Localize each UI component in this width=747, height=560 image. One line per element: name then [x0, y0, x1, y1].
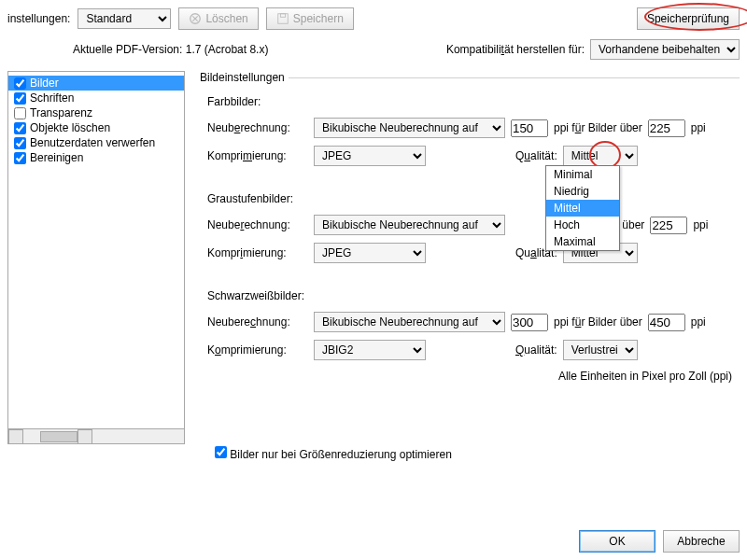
- gray-ppi-unit: ppi: [693, 218, 708, 231]
- color-ppi2-input[interactable]: [648, 119, 685, 137]
- optimize-checkbox[interactable]: [215, 446, 227, 458]
- settings-select[interactable]: Standard: [78, 8, 171, 29]
- sidebar-item[interactable]: Bilder: [8, 76, 184, 91]
- dropdown-option[interactable]: Niedrig: [546, 183, 619, 200]
- sidebar-item-label: Bilder: [30, 77, 59, 90]
- color-compress-label: Komprimierung:: [207, 149, 308, 162]
- gray-recalc-select[interactable]: Bikubische Neuberechnung auf: [314, 215, 505, 235]
- bw-title: Schwarzweißbilder:: [207, 289, 740, 302]
- sidebar-item[interactable]: Benutzerdaten verwerfen: [8, 135, 184, 150]
- settings-label: instellungen:: [7, 12, 70, 25]
- svg-rect-3: [278, 14, 289, 24]
- bw-quality-label: Qualität:: [515, 343, 557, 357]
- sidebar-checkbox[interactable]: [14, 77, 26, 90]
- sidebar-checkbox[interactable]: [14, 152, 26, 164]
- sidebar-item-label: Schriften: [30, 91, 74, 105]
- bw-quality-select[interactable]: Verlustreich: [563, 340, 638, 360]
- sidebar-checkbox[interactable]: [14, 92, 26, 105]
- sidebar-item-label: Transparenz: [30, 106, 92, 119]
- bw-compress-label: Komprimierung:: [207, 343, 308, 357]
- sidebar-item[interactable]: Transparenz: [8, 105, 184, 120]
- save-button: Speichern: [266, 7, 354, 30]
- bw-ppi-for: ppi für Bilder über: [554, 315, 642, 329]
- ok-button[interactable]: OK: [579, 530, 655, 553]
- color-quality-dropdown[interactable]: MinimalNiedrigMittelHochMaximal: [545, 165, 620, 251]
- gray-ppi2-input[interactable]: [650, 217, 687, 234]
- color-quality-label: Qualität:: [515, 149, 557, 162]
- compat-select[interactable]: Vorhandene beibehalten: [590, 39, 740, 60]
- bw-compress-select[interactable]: JBIG2: [314, 340, 426, 360]
- gray-compress-label: Komprimierung:: [207, 246, 308, 259]
- delete-icon: [189, 12, 202, 25]
- color-ppi-unit: ppi: [691, 121, 706, 134]
- bw-ppi2-input[interactable]: [648, 314, 685, 331]
- color-ppi-for: ppi für Bilder über: [554, 121, 642, 134]
- sidebar-item-label: Objekte löschen: [30, 121, 110, 134]
- save-icon: [276, 12, 289, 25]
- sidebar-item-label: Benutzerdaten verwerfen: [30, 136, 155, 149]
- color-quality-select[interactable]: Mittel: [563, 146, 638, 166]
- fieldset-title: Bildeinstellungen: [196, 71, 289, 84]
- color-title: Farbbilder:: [207, 95, 740, 108]
- sidebar-item[interactable]: Objekte löschen: [8, 120, 184, 135]
- gray-title: Graustufenbilder:: [207, 192, 740, 205]
- sidebar-scrollbar[interactable]: [8, 428, 184, 443]
- color-recalc-label: Neuberechnung:: [207, 121, 308, 134]
- compat-label: Kompatibilität herstellen für:: [446, 43, 585, 56]
- color-ppi1-input[interactable]: [511, 119, 548, 137]
- optimize-checkbox-label[interactable]: Bilder nur bei Größenreduzierung optimie…: [215, 448, 452, 461]
- sidebar-checkbox[interactable]: [14, 122, 26, 134]
- memcheck-button[interactable]: Speicherprüfung: [637, 7, 740, 30]
- dropdown-option[interactable]: Mittel: [546, 200, 619, 217]
- bw-recalc-select[interactable]: Bikubische Neuberechnung auf: [314, 312, 505, 332]
- sidebar-item[interactable]: Schriften: [8, 91, 184, 105]
- sidebar-checkbox[interactable]: [14, 107, 26, 119]
- svg-rect-4: [280, 14, 285, 18]
- units-note: Alle Einheiten in Pixel pro Zoll (ppi): [196, 366, 740, 386]
- gray-recalc-label: Neuberechnung:: [207, 218, 308, 231]
- color-recalc-select[interactable]: Bikubische Neuberechnung auf: [314, 118, 505, 138]
- bw-recalc-label: Neuberechnung:: [207, 315, 308, 329]
- delete-button: Löschen: [178, 7, 258, 30]
- pdf-version-label: Aktuelle PDF-Version: 1.7 (Acrobat 8.x): [73, 43, 268, 56]
- dropdown-option[interactable]: Minimal: [546, 166, 619, 183]
- color-compress-select[interactable]: JPEG: [314, 146, 426, 166]
- bw-ppi-unit: ppi: [691, 315, 706, 329]
- category-sidebar: BilderSchriftenTransparenzObjekte lösche…: [7, 71, 185, 444]
- gray-compress-select[interactable]: JPEG: [314, 243, 426, 263]
- dropdown-option[interactable]: Maximal: [546, 233, 619, 250]
- bw-ppi1-input[interactable]: [511, 314, 548, 331]
- sidebar-item-label: Bereinigen: [30, 151, 83, 164]
- cancel-button[interactable]: Abbreche: [663, 530, 740, 553]
- sidebar-item[interactable]: Bereinigen: [8, 150, 184, 165]
- sidebar-checkbox[interactable]: [14, 137, 26, 149]
- dropdown-option[interactable]: Hoch: [546, 217, 619, 233]
